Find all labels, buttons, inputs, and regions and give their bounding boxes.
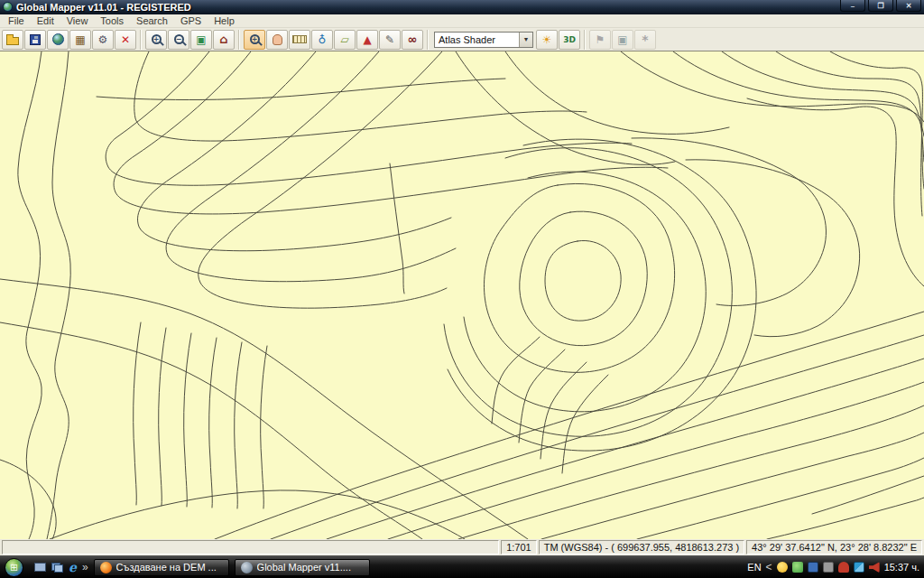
tray-icon-power[interactable] bbox=[838, 562, 849, 573]
contour-line bbox=[830, 51, 922, 216]
home-icon: ⌂ bbox=[219, 34, 227, 45]
flag-tool-button: ⚑ bbox=[589, 30, 611, 50]
feature-info-tool-button[interactable]: ♁ bbox=[311, 30, 333, 50]
taskbar-button-dem[interactable]: Създаване на DEM ... bbox=[94, 559, 229, 576]
menu-tools[interactable]: Tools bbox=[94, 15, 130, 26]
zoom-out-button[interactable]: − bbox=[168, 30, 189, 50]
contour-line bbox=[159, 328, 166, 506]
3d-path-button: ▣ bbox=[612, 30, 633, 50]
menu-gps[interactable]: GPS bbox=[174, 15, 208, 26]
status-latlon: 43° 29' 37.6412" N, 23° 28' 8.8232" E bbox=[746, 540, 922, 555]
full-view-icon: ▣ bbox=[196, 34, 206, 45]
tray-icon-display[interactable] bbox=[823, 562, 834, 573]
digitizer-tool-button[interactable]: ▱ bbox=[334, 30, 356, 50]
taskbar: ⊞ e » Създаване на DEM ... Global Mapper… bbox=[0, 555, 924, 578]
layers-icon: ▦ bbox=[75, 34, 85, 45]
tray-icon-app[interactable] bbox=[792, 562, 803, 573]
pan-tool-button[interactable] bbox=[266, 30, 288, 50]
folder-icon bbox=[6, 37, 19, 45]
clear-workspace-button[interactable]: ✕ bbox=[115, 30, 136, 50]
menu-view[interactable]: View bbox=[60, 15, 95, 26]
contour-line bbox=[505, 51, 729, 134]
zoom-tool-icon: + bbox=[250, 34, 260, 44]
global-mapper-task-icon bbox=[241, 562, 253, 573]
magnifier-minus-icon: − bbox=[174, 34, 184, 44]
status-scale: 1:701 bbox=[501, 540, 537, 555]
tray-icon-skype[interactable] bbox=[777, 562, 788, 573]
title-bar: Global Mapper v11.01 - REGISTERED – ❐ ✕ bbox=[0, 0, 924, 14]
search-button[interactable]: ∞ bbox=[402, 30, 423, 50]
contour-line bbox=[519, 350, 565, 443]
contour-line bbox=[97, 79, 505, 100]
contour-line bbox=[327, 359, 924, 539]
taskbar-clock[interactable]: 15:37 ч. bbox=[884, 562, 919, 573]
quick-launch-expand-icon[interactable]: » bbox=[82, 561, 88, 573]
start-button[interactable]: ⊞ bbox=[5, 558, 23, 577]
profile-tower-icon: ▲ bbox=[363, 34, 371, 45]
contour-line bbox=[492, 337, 540, 424]
home-view-button[interactable]: ⌂ bbox=[213, 30, 235, 50]
map-viewport[interactable] bbox=[0, 51, 924, 539]
floppy-icon bbox=[30, 34, 41, 45]
taskbar-button-global-mapper[interactable]: Global Mapper v11.... bbox=[235, 559, 370, 576]
language-indicator[interactable]: EN bbox=[747, 562, 761, 573]
tray-icon-computer[interactable] bbox=[808, 562, 818, 573]
show-desktop-icon[interactable] bbox=[34, 563, 46, 572]
contour-line bbox=[776, 51, 924, 189]
menu-file[interactable]: File bbox=[2, 15, 31, 26]
menu-bar: File Edit View Tools Search GPS Help bbox=[0, 14, 924, 28]
3d-path-icon: ▣ bbox=[617, 34, 627, 45]
view-3d-button[interactable]: 3D bbox=[559, 30, 580, 50]
tray-icon-volume-muted[interactable] bbox=[869, 562, 880, 573]
contour-line bbox=[184, 333, 191, 507]
contour-line bbox=[390, 163, 404, 294]
contour-line bbox=[444, 148, 732, 437]
combo-dropdown-arrow-icon[interactable]: ▼ bbox=[519, 33, 532, 47]
menu-help[interactable]: Help bbox=[208, 15, 241, 26]
restore-button[interactable]: ❐ bbox=[868, 0, 893, 12]
zoom-in-button[interactable]: + bbox=[145, 30, 167, 50]
internet-explorer-icon[interactable]: e bbox=[69, 561, 77, 573]
shader-combo[interactable]: Atlas Shader ▼ bbox=[434, 32, 533, 48]
toolbar-separator bbox=[238, 30, 240, 50]
quick-launch: e » bbox=[34, 561, 88, 573]
toolbar-separator bbox=[140, 30, 142, 50]
contour-line bbox=[637, 458, 924, 539]
contour-line bbox=[0, 460, 56, 539]
contour-svg[interactable] bbox=[0, 51, 924, 539]
open-file-button[interactable] bbox=[2, 30, 23, 50]
tray-icon-network[interactable] bbox=[854, 562, 864, 573]
pencil-icon: ✎ bbox=[385, 34, 394, 45]
configure-button[interactable]: ⚙ bbox=[92, 30, 114, 50]
hand-icon bbox=[273, 34, 282, 45]
full-extent-button[interactable]: ▣ bbox=[190, 30, 212, 50]
zoom-tool-button[interactable]: + bbox=[244, 30, 265, 50]
shader-options-button[interactable]: ☀ bbox=[536, 30, 558, 50]
minimize-button[interactable]: – bbox=[840, 0, 865, 12]
gps-tool-button: * bbox=[634, 30, 656, 50]
red-x-icon: ✕ bbox=[121, 34, 130, 45]
tray-collapse-icon[interactable]: < bbox=[766, 561, 772, 573]
global-mapper-window: Global Mapper v11.01 - REGISTERED – ❐ ✕ … bbox=[0, 0, 924, 578]
contour-line bbox=[484, 184, 674, 373]
path-profile-tool-button[interactable]: ▲ bbox=[356, 30, 378, 50]
overlay-control-center-button[interactable]: ▦ bbox=[69, 30, 91, 50]
contour-line bbox=[388, 382, 924, 539]
contour-line bbox=[520, 212, 647, 347]
contour-line bbox=[138, 51, 452, 251]
save-workspace-button[interactable] bbox=[24, 30, 46, 50]
contour-line bbox=[166, 51, 456, 282]
contour-line bbox=[114, 51, 668, 214]
close-button[interactable]: ✕ bbox=[896, 0, 921, 12]
measure-tool-button[interactable] bbox=[289, 30, 310, 50]
window-title: Global Mapper v11.01 - REGISTERED bbox=[16, 2, 840, 13]
download-online-data-button[interactable] bbox=[47, 30, 69, 50]
contour-line bbox=[215, 312, 924, 539]
menu-search[interactable]: Search bbox=[130, 15, 174, 26]
contour-line bbox=[621, 51, 924, 122]
contour-line bbox=[545, 241, 621, 322]
menu-edit[interactable]: Edit bbox=[31, 15, 60, 26]
pen-tool-button[interactable]: ✎ bbox=[379, 30, 401, 50]
contour-line bbox=[134, 51, 587, 141]
switch-windows-icon[interactable] bbox=[51, 563, 63, 573]
